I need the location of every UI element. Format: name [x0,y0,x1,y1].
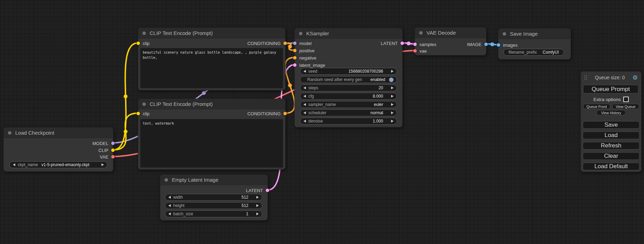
increment-arrow-icon[interactable] [391,95,394,98]
node-title-bar[interactable]: VAE Decode [415,28,486,38]
port-dot-model[interactable] [111,142,115,145]
queue-control-panel[interactable]: Queue size: 0 ⚙ Queue Prompt Extra optio… [581,71,642,172]
decrement-arrow-icon[interactable] [303,87,306,89]
link-midpoint-dot[interactable] [124,130,127,134]
widget-sampler-name[interactable]: sampler_name euler [300,101,397,108]
output-port-clip[interactable]: CLIP [98,147,115,153]
extra-options-checkbox[interactable] [623,97,629,102]
decrement-arrow-icon[interactable] [13,163,15,166]
link-midpoint-dot[interactable] [491,43,494,46]
output-port-conditioning[interactable]: CONDITIONING [247,111,287,116]
decrement-arrow-icon[interactable] [168,213,171,215]
port-dot-positive[interactable] [293,49,297,52]
node-title-bar[interactable]: CLIP Text Encode (Prompt) [138,99,285,109]
port-dot-image[interactable] [484,43,488,46]
node-ksampler[interactable]: KSampler model positive negative latent_… [294,28,403,127]
port-dot-conditioning[interactable] [283,112,287,115]
port-dot-clip[interactable] [136,112,140,115]
link-midpoint-dot[interactable] [407,42,411,45]
widget-batch-size[interactable]: batch_size 1 [165,210,262,217]
input-port-negative[interactable]: negative [293,55,316,61]
input-port-vae[interactable]: vae [413,48,427,54]
port-dot-samples[interactable] [413,43,417,46]
prompt-text-area[interactable]: text, watermark [140,119,283,168]
widget-random-seed-toggle[interactable]: Random seed after every gen enabled [300,76,397,83]
link-midpoint-dot[interactable] [202,91,206,95]
load-button[interactable]: Load [583,132,639,139]
settings-gear-icon[interactable]: ⚙ [633,75,638,81]
decrement-arrow-icon[interactable] [303,95,306,98]
input-port-model[interactable]: model [293,40,311,46]
port-dot-images[interactable] [497,43,500,47]
output-port-image[interactable]: IMAGE [467,42,488,47]
node-title-bar[interactable]: KSampler [295,28,402,39]
node-save-image[interactable]: Save Image images filename_prefix ComfyU… [498,28,571,60]
increment-arrow-icon[interactable] [391,111,394,114]
output-port-latent[interactable]: LATENT [246,188,269,193]
increment-arrow-icon[interactable] [256,204,259,207]
prompt-text-area[interactable]: beautiful scenery nature glass bottle la… [140,48,283,88]
decrement-arrow-icon[interactable] [303,111,306,114]
increment-arrow-icon[interactable] [256,213,259,215]
decrement-arrow-icon[interactable] [168,204,171,207]
port-dot-clip[interactable] [111,148,115,152]
increment-arrow-icon[interactable] [102,163,104,166]
clear-button[interactable]: Clear [583,152,639,160]
node-title-bar[interactable]: CLIP Text Encode (Prompt) [138,28,285,38]
drag-handle-icon[interactable] [584,75,587,80]
load-default-button[interactable]: Load Default [583,163,639,170]
port-dot-vae[interactable] [413,49,417,53]
node-title-bar[interactable]: Empty Latent Image [160,175,267,185]
input-port-clip[interactable]: clip [136,40,150,46]
view-history-button[interactable]: View History [597,110,626,115]
port-dot-latent-image[interactable] [293,63,297,67]
increment-arrow-icon[interactable] [256,196,259,199]
increment-arrow-icon[interactable] [391,103,394,106]
port-dot-conditioning[interactable] [283,42,287,45]
widget-seed[interactable]: seed 156680208700286 [300,68,397,75]
link-midpoint-dot[interactable] [288,45,292,48]
widget-scheduler[interactable]: scheduler normal [300,109,397,116]
widget-filename-prefix[interactable]: filename_prefix ComfyUI [503,49,564,56]
node-clip-text-encode-positive[interactable]: CLIP Text Encode (Prompt) clip CONDITION… [138,28,285,90]
output-port-latent[interactable]: LATENT [381,40,404,46]
queue-front-button[interactable]: Queue Front [583,104,610,109]
view-queue-button[interactable]: View Queue [612,104,639,109]
input-port-clip[interactable]: clip [136,111,150,116]
node-title-bar[interactable]: Save Image [499,29,571,39]
increment-arrow-icon[interactable] [391,120,394,123]
toggle-dot[interactable] [389,78,394,82]
output-port-conditioning[interactable]: CONDITIONING [247,40,287,46]
node-clip-text-encode-negative[interactable]: CLIP Text Encode (Prompt) clip CONDITION… [138,99,285,170]
node-empty-latent-image[interactable]: Empty Latent Image LATENT width 512 heig… [160,174,268,220]
input-port-latent-image[interactable]: latent_image [293,62,325,68]
port-dot-latent[interactable] [400,42,404,45]
node-load-checkpoint[interactable]: Load Checkpoint MODEL CLIP VAE ckpt_name… [3,127,113,172]
widget-ckpt-name[interactable]: ckpt_name v1-5-pruned-emaonly.ckpt [9,161,107,168]
output-port-vae[interactable]: VAE [100,154,115,160]
widget-denoise[interactable]: denoise 1.000 [300,118,397,125]
port-dot-latent[interactable] [266,189,269,192]
widget-steps[interactable]: steps 20 [300,84,397,91]
port-dot-vae[interactable] [111,155,115,159]
queue-prompt-button[interactable]: Queue Prompt [583,85,638,93]
decrement-arrow-icon[interactable] [303,120,306,123]
port-dot-negative[interactable] [293,56,297,60]
widget-width[interactable]: width 512 [165,194,262,201]
input-port-images[interactable]: images [497,42,518,48]
refresh-button[interactable]: Refresh [583,142,639,150]
node-title-bar[interactable]: Load Checkpoint [4,128,113,138]
increment-arrow-icon[interactable] [391,87,394,89]
input-port-samples[interactable]: samples [413,42,436,47]
link-midpoint-dot[interactable] [124,94,127,98]
node-graph-canvas[interactable]: Load Checkpoint MODEL CLIP VAE ckpt_name… [0,0,644,244]
input-port-positive[interactable]: positive [293,48,315,53]
decrement-arrow-icon[interactable] [168,196,171,199]
decrement-arrow-icon[interactable] [303,103,306,106]
output-port-model[interactable]: MODEL [92,141,115,146]
save-button[interactable]: Save [583,121,639,129]
link-midpoint-dot[interactable] [288,83,292,87]
increment-arrow-icon[interactable] [391,70,394,73]
widget-height[interactable]: height 512 [165,202,262,209]
node-vae-decode[interactable]: VAE Decode samples vae IMAGE [415,27,486,55]
